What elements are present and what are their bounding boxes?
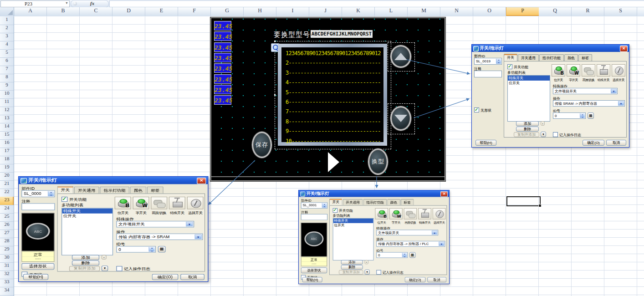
help-button[interactable]: 帮助(H) <box>23 274 48 280</box>
dialog-titlebar[interactable]: 开关/指示灯 ✕ <box>299 190 449 197</box>
part-id-combo[interactable]: SL_0000 ▲▼ <box>21 190 55 197</box>
operation-dropdown[interactable]: 传输 SRAM -> 内部寄存器 ▼ <box>553 100 625 107</box>
dialog-titlebar[interactable]: 开关/指示灯 ✕ <box>19 177 208 184</box>
checkbox-icon[interactable] <box>116 266 122 271</box>
row-header-14[interactable]: 14 <box>0 123 14 132</box>
row-header-25[interactable]: 25 <box>0 213 14 222</box>
row-header-26[interactable]: 26 <box>0 221 14 230</box>
part-id-combo[interactable]: SL_0019 ▲▼ <box>474 58 502 65</box>
special-switch-icon[interactable] <box>418 208 431 219</box>
column-header-M[interactable]: M <box>408 7 440 16</box>
row-header-9[interactable]: 9 <box>0 82 14 91</box>
row-header-10[interactable]: 10 <box>0 90 14 99</box>
move-up-button[interactable]: ▴ <box>102 255 107 260</box>
operation-dropdown[interactable]: 传输 内部寄存器 -> 控制器 / PLC ▼ <box>376 241 445 247</box>
scroll-up-button[interactable] <box>390 45 411 68</box>
checkbox-icon[interactable] <box>553 132 558 137</box>
row-header-29[interactable]: 29 <box>0 246 14 255</box>
tab-指示灯功能[interactable]: 指示灯功能 <box>100 186 129 193</box>
tab-颜色[interactable]: 颜色 <box>564 54 578 61</box>
close-icon[interactable]: ✕ <box>620 46 628 52</box>
address-keypad-button[interactable]: ▦ <box>409 252 415 258</box>
column-header-Q[interactable]: Q <box>539 7 572 16</box>
column-header-L[interactable]: L <box>375 7 408 16</box>
row-header-22[interactable]: 22 <box>0 189 14 197</box>
dropdown-arrow-icon[interactable]: ▼ <box>186 222 193 226</box>
address-keypad-button[interactable]: ▦ <box>158 246 166 252</box>
column-header-A[interactable]: A <box>14 7 47 16</box>
selector-switch-icon[interactable] <box>187 197 204 209</box>
tab-开关通用[interactable]: 开关通用 <box>74 186 99 193</box>
row-header-6[interactable]: 6 <box>0 57 14 66</box>
ok-button[interactable]: 确定(O) <box>405 277 426 282</box>
row-header-27[interactable]: 27 <box>0 230 14 238</box>
tab-颜色[interactable]: 颜色 <box>130 186 146 193</box>
tab-开关[interactable]: 开关 <box>57 186 73 193</box>
row-header-28[interactable]: 28 <box>0 238 14 246</box>
selector-switch-icon[interactable] <box>612 64 625 77</box>
column-header-J[interactable]: J <box>309 7 342 16</box>
cancel-button[interactable]: 取消 <box>427 277 446 282</box>
checkbox-icon[interactable] <box>61 197 67 202</box>
copy-add-button[interactable]: 复制并添加 <box>69 266 100 271</box>
column-header-H[interactable]: H <box>244 7 276 16</box>
cancel-button[interactable]: 取消 <box>180 274 204 280</box>
switch-function-checkbox[interactable]: 开关功能 <box>61 197 87 202</box>
namebox-dropdown-icon[interactable]: ▼ <box>65 1 68 5</box>
row-header-18[interactable]: 18 <box>0 156 14 164</box>
screen-switch-icon[interactable] <box>582 64 595 77</box>
add-button[interactable]: 添加 <box>516 121 539 126</box>
row-header-33[interactable]: 33 <box>0 279 14 287</box>
tab-开关通用[interactable]: 开关通用 <box>518 54 539 61</box>
row-header-13[interactable]: 13 <box>0 115 14 123</box>
more-dropdown-button[interactable]: ▼ <box>364 270 369 275</box>
row-header-4[interactable]: 4 <box>0 41 14 50</box>
dropdown-arrow-icon[interactable]: ▼ <box>618 101 624 106</box>
switch-function-checkbox[interactable]: 开关功能 <box>507 64 528 70</box>
copy-add-button[interactable]: 复制并添加 <box>514 132 539 137</box>
fill-handle[interactable] <box>538 204 542 207</box>
dropdown-arrow-icon[interactable]: ▼ <box>194 235 202 239</box>
special-switch-icon[interactable] <box>597 64 610 77</box>
spinner-icon[interactable]: ▲▼ <box>580 113 585 118</box>
row-header-1[interactable]: 1 <box>0 16 14 25</box>
row-header-8[interactable]: 8 <box>0 74 14 82</box>
row-header-3[interactable]: 3 <box>0 33 14 41</box>
checkbox-icon[interactable] <box>376 270 381 275</box>
comment-input[interactable] <box>301 214 327 220</box>
column-header-K[interactable]: K <box>342 7 375 16</box>
function-list-item[interactable]: 位开关 <box>62 214 112 219</box>
tab-指示灯功能[interactable]: 指示灯功能 <box>363 199 387 205</box>
spinner-icon[interactable]: ▲▼ <box>402 253 407 257</box>
formula-input[interactable] <box>109 0 644 7</box>
address-keypad-button[interactable]: ▦ <box>588 112 594 119</box>
row-header-12[interactable]: 12 <box>0 107 14 115</box>
row-header-21[interactable]: 21 <box>0 180 14 189</box>
function-list-item[interactable]: 特殊开关 <box>508 76 550 81</box>
column-header-O[interactable]: O <box>473 7 506 16</box>
operation-log-checkbox[interactable]: 记入操作日志 <box>376 270 403 275</box>
bit-switch-icon[interactable]: B <box>115 197 131 209</box>
select-shape-button[interactable]: 选择形状 <box>21 263 54 270</box>
id-number-spinbox[interactable]: 0 ▲▼ <box>376 252 408 258</box>
special-operation-dropdown[interactable]: 文件项目开关 ▼ <box>553 88 618 94</box>
row-header-17[interactable]: 17 <box>0 148 14 156</box>
row-header-16[interactable]: 16 <box>0 139 14 148</box>
delete-button[interactable]: 删除 <box>341 265 363 270</box>
part-id-combo[interactable]: SL_0001 ▲▼ <box>301 202 327 209</box>
tab-开关[interactable]: 开关 <box>504 54 517 61</box>
column-header-F[interactable]: F <box>178 7 211 16</box>
screen-switch-icon[interactable] <box>151 197 167 209</box>
row-header-30[interactable]: 30 <box>0 254 14 263</box>
column-header-S[interactable]: S <box>604 7 637 16</box>
tab-标签[interactable]: 标签 <box>401 199 414 205</box>
spinner-icon[interactable]: ▲▼ <box>148 247 154 251</box>
multifunction-list[interactable]: 特殊开关位开关 <box>333 218 374 260</box>
dropdown-arrow-icon[interactable]: ▼ <box>439 242 444 246</box>
tab-颜色[interactable]: 颜色 <box>387 199 400 205</box>
select-all-corner[interactable] <box>0 7 14 16</box>
operation-dropdown[interactable]: 传输 内部寄存器 -> SRAM ▼ <box>116 234 203 240</box>
screen-switch-icon[interactable] <box>404 208 417 219</box>
column-header-B[interactable]: B <box>47 7 80 16</box>
selected-cell-p23[interactable] <box>506 196 541 206</box>
